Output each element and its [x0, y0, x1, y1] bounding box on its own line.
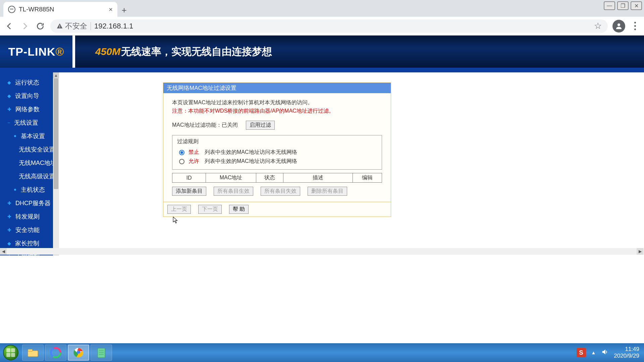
- radio-deny[interactable]: [179, 150, 184, 155]
- svg-point-2: [618, 23, 620, 26]
- col-id: ID: [172, 173, 206, 183]
- not-secure-indicator[interactable]: 不安全: [56, 21, 87, 31]
- horizontal-scrollbar[interactable]: ◀ ▶: [0, 248, 644, 255]
- help-button[interactable]: 帮 助: [229, 205, 249, 214]
- sidebar-item-security[interactable]: ✚安全功能: [0, 223, 59, 237]
- new-tab-button[interactable]: +: [117, 3, 131, 17]
- sidebar-item-wizard[interactable]: ◆设置向导: [0, 89, 59, 103]
- clock[interactable]: 11:49 2020/9/29: [614, 346, 639, 360]
- sidebar-item-mac-filter[interactable]: 无线MAC地址过: [0, 156, 59, 170]
- col-edit: 编辑: [353, 173, 382, 183]
- filter-rules-title: 过滤规则: [177, 138, 377, 145]
- radio-allow[interactable]: [179, 159, 184, 164]
- svg-rect-3: [28, 351, 38, 357]
- close-tab-icon[interactable]: ×: [109, 6, 113, 13]
- address-bar[interactable]: 不安全 192.168.1.1 ☆: [50, 19, 608, 33]
- banner-speed: 450M: [95, 46, 120, 57]
- taskbar-chrome[interactable]: [68, 345, 89, 361]
- window-controls: — ❐ ✕: [604, 1, 642, 10]
- banner-text: 无线速率，实现无线自由连接梦想: [121, 45, 272, 59]
- profile-button[interactable]: [612, 20, 625, 33]
- maximize-button[interactable]: ❐: [617, 1, 629, 10]
- enable-filter-button[interactable]: 启用过滤: [246, 121, 275, 130]
- sidebar-item-status[interactable]: ◆运行状态: [0, 76, 59, 89]
- forward-button[interactable]: [19, 21, 30, 32]
- browser-tab[interactable]: TL-WR885N ×: [3, 2, 117, 17]
- browser-tab-strip: TL-WR885N × + — ❐ ✕: [0, 0, 644, 17]
- taskbar: S ▲ 11:49 2020/9/29: [0, 343, 644, 362]
- mac-filter-panel: 无线网络MAC地址过滤设置 本页设置MAC地址过滤来控制计算机对本无线网络的访问…: [163, 82, 391, 217]
- clock-date: 2020/9/29: [614, 353, 639, 359]
- svg-rect-10: [98, 348, 105, 358]
- panel-notice: 注意：本功能不对WDS桥接的前端路由器/AP的MAC地址进行过滤。: [172, 108, 382, 115]
- url-text: 192.168.1.1: [94, 22, 133, 31]
- taskbar-explorer[interactable]: [22, 345, 44, 361]
- col-status: 状态: [256, 173, 283, 183]
- content-area: 无线网络MAC地址过滤设置 本页设置MAC地址过滤来控制计算机对本无线网络的访问…: [59, 72, 644, 255]
- volume-icon[interactable]: [601, 348, 608, 357]
- sidebar-item-wireless-advanced[interactable]: 无线高级设置: [0, 170, 59, 183]
- security-text: 不安全: [65, 21, 87, 31]
- tab-title: TL-WR885N: [19, 6, 54, 13]
- browser-menu-button[interactable]: [630, 22, 640, 30]
- rule-allow-label: 允许: [189, 158, 199, 165]
- disable-all-button[interactable]: 所有条目失效: [261, 187, 300, 196]
- banner-slogan: 450M 无线速率，实现无线自由连接梦想: [75, 36, 644, 68]
- col-desc: 描述: [283, 173, 353, 183]
- scroll-left-icon[interactable]: ◀: [0, 248, 7, 255]
- svg-rect-4: [28, 349, 33, 351]
- col-mac: MAC地址: [206, 173, 256, 183]
- mac-table: ID MAC地址 状态 描述 编辑: [172, 173, 382, 183]
- sidebar-item-host-status[interactable]: 主机状态: [0, 183, 59, 196]
- clock-time: 11:49: [614, 346, 639, 353]
- taskbar-app-2[interactable]: [91, 345, 112, 361]
- bookmark-star-icon[interactable]: ☆: [594, 21, 602, 31]
- globe-icon: [8, 6, 15, 13]
- separator: [91, 22, 91, 30]
- sidebar: ◆运行状态 ◆设置向导 ✚网络参数 −无线设置 基本设置 无线安全设置 无线MA…: [0, 72, 59, 255]
- sidebar-item-wireless[interactable]: −无线设置: [0, 116, 59, 129]
- header-banner: TP-LINK® 450M 无线速率，实现无线自由连接梦想: [0, 36, 644, 68]
- sidebar-item-basic[interactable]: 基本设置: [0, 129, 59, 143]
- sidebar-scrollbar[interactable]: ▲ ▼: [53, 72, 59, 255]
- sidebar-item-forwarding[interactable]: ✚转发规则: [0, 210, 59, 223]
- rule-deny-text: 列表中生效的MAC地址访问本无线网络: [205, 149, 297, 156]
- minimize-button[interactable]: —: [604, 1, 615, 10]
- enable-all-button[interactable]: 所有条目生效: [214, 187, 253, 196]
- sidebar-item-dhcp[interactable]: ✚DHCP服务器: [0, 196, 59, 210]
- system-tray: S ▲ 11:49 2020/9/29: [577, 346, 644, 360]
- start-button[interactable]: [0, 343, 21, 362]
- rule-allow-text: 列表中生效的MAC地址访问本无线网络: [205, 158, 297, 165]
- filter-status-label: MAC地址过滤功能：已关闭: [172, 122, 238, 129]
- panel-description: 本页设置MAC地址过滤来控制计算机对本无线网络的访问。: [172, 99, 382, 106]
- ime-indicator[interactable]: S: [577, 348, 586, 357]
- close-window-button[interactable]: ✕: [631, 1, 642, 10]
- filter-rules-box: 过滤规则 禁止 列表中生效的MAC地址访问本无线网络 允许 列表中生效的MAC地…: [172, 135, 382, 170]
- scroll-up-icon[interactable]: ▲: [53, 72, 59, 78]
- router-page: TP-LINK® 450M 无线速率，实现无线自由连接梦想 ◆运行状态 ◆设置向…: [0, 36, 644, 255]
- next-page-button[interactable]: 下一页: [198, 205, 222, 214]
- prev-page-button[interactable]: 上一页: [167, 205, 191, 214]
- browser-toolbar: 不安全 192.168.1.1 ☆: [0, 17, 644, 36]
- sidebar-item-wireless-security[interactable]: 无线安全设置: [0, 143, 59, 156]
- taskbar-app-1[interactable]: [45, 345, 66, 361]
- rule-deny-label: 禁止: [189, 149, 199, 156]
- scroll-right-icon[interactable]: ▶: [637, 248, 643, 255]
- svg-rect-0: [59, 25, 60, 27]
- rule-deny-row[interactable]: 禁止 列表中生效的MAC地址访问本无线网络: [177, 148, 377, 157]
- reload-button[interactable]: [35, 21, 46, 32]
- panel-title: 无线网络MAC地址过滤设置: [163, 83, 391, 93]
- back-button[interactable]: [4, 21, 15, 32]
- scroll-thumb[interactable]: [54, 78, 58, 189]
- sidebar-item-network[interactable]: ✚网络参数: [0, 103, 59, 116]
- rule-allow-row[interactable]: 允许 列表中生效的MAC地址访问本无线网络: [177, 157, 377, 166]
- brand-logo: TP-LINK®: [0, 36, 72, 68]
- svg-rect-1: [59, 27, 60, 28]
- divider: [0, 68, 644, 72]
- tray-overflow-icon[interactable]: ▲: [591, 350, 596, 355]
- delete-all-button[interactable]: 删除所有条目: [308, 187, 347, 196]
- add-entry-button[interactable]: 添加新条目: [172, 187, 206, 196]
